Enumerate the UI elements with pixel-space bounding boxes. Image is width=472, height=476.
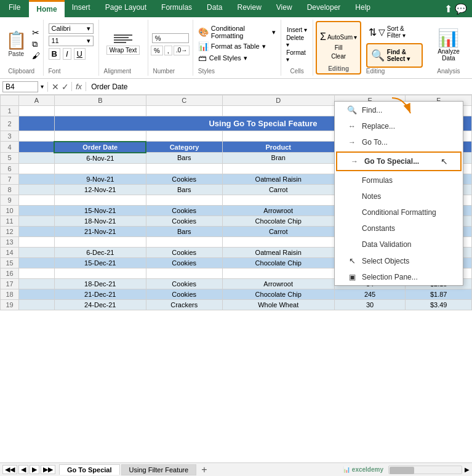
copy-button[interactable]: ⧉ [32, 39, 40, 49]
row-header[interactable]: 1 [1, 106, 19, 116]
format-as-table-button[interactable]: 📊 Format as Table ▾ [198, 41, 276, 51]
tab-help[interactable]: Help [348, 0, 378, 17]
cut-button[interactable]: ✂ [32, 28, 40, 38]
font-size-select[interactable]: 11▾ [49, 36, 94, 46]
scroll-right-button[interactable]: ▶ [465, 466, 470, 473]
data-validation-menu-item[interactable]: Data Validation [335, 236, 463, 252]
tab-data[interactable]: Data [199, 0, 230, 17]
comments-icon[interactable]: 💬 [455, 3, 467, 15]
sheet-tabs-bar: ◀◀ ◀ ▶ ▶▶ Go To Special Using Filter Fea… [0, 462, 472, 476]
row-header[interactable]: 8 [1, 184, 19, 195]
find-select-button[interactable]: 🔍 Find &Select ▾ [366, 43, 423, 68]
underline-button[interactable]: U [74, 48, 86, 60]
editing-group: Σ AutoSum ▾ Fill Clear Editing [316, 21, 361, 75]
share-icon[interactable]: ⬆ [444, 3, 452, 15]
replace-menu-item[interactable]: ↔ Replace... [335, 118, 463, 134]
tab-page-layout[interactable]: Page Layout [98, 0, 154, 17]
confirm-icon[interactable]: ✓ [62, 82, 69, 92]
analyze-icon: 📊 [438, 28, 459, 48]
fill-button[interactable]: Fill [335, 44, 343, 51]
sheet-tab-filter[interactable]: Using Filter Feature [121, 464, 197, 475]
cancel-icon[interactable]: ✕ [52, 82, 59, 92]
conditional-formatting-button[interactable]: 🎨 Conditional Formatting ▾ [198, 25, 276, 39]
clear-button[interactable]: Clear [331, 53, 346, 60]
row-header[interactable]: 14 [1, 247, 19, 257]
col-header-b[interactable]: B [54, 95, 146, 106]
row-header[interactable]: 15 [1, 257, 19, 268]
conditional-formatting-menu-item[interactable]: Conditional Formatting [335, 204, 463, 220]
formulas-menu-item[interactable]: Formulas [335, 172, 463, 188]
col-header-d[interactable]: D [222, 95, 334, 106]
sheet-tab-goto-special[interactable]: Go To Special [59, 464, 120, 475]
row-header[interactable]: 9 [1, 195, 19, 205]
paste-button[interactable]: 📋 Paste [3, 28, 30, 60]
app-container: File Home Insert Page Layout Formulas Da… [0, 0, 472, 476]
autosum-icon: Σ [320, 31, 326, 42]
first-tab-button[interactable]: ◀◀ [2, 465, 17, 474]
styles-items: 🎨 Conditional Formatting ▾ 📊 Format as T… [198, 21, 276, 68]
row-header[interactable]: 18 [1, 289, 19, 299]
formula-input[interactable] [89, 82, 470, 92]
cell-ref-input[interactable] [2, 81, 38, 92]
row-header[interactable]: 16 [1, 268, 19, 278]
select-objects-menu-item[interactable]: ↖ Select Objects [335, 252, 463, 269]
editing-label: Editing [328, 65, 349, 72]
number-format-select[interactable]: % [152, 33, 189, 43]
goto-menu-item[interactable]: → Go To... [335, 134, 463, 150]
col-header-c[interactable]: C [146, 95, 222, 106]
row-header[interactable]: 2 [1, 116, 19, 131]
tab-view[interactable]: View [269, 0, 300, 17]
row-header[interactable]: 4 [1, 142, 19, 153]
tab-home[interactable]: Home [29, 0, 64, 17]
horizontal-scrollbar[interactable] [388, 466, 462, 474]
find-menu-item[interactable]: 🔍 Find... [335, 102, 463, 118]
font-family-select[interactable]: Calibri▾ [49, 23, 94, 34]
comma-button[interactable]: , [164, 46, 172, 55]
row-header[interactable]: 13 [1, 236, 19, 247]
font-label: Font [49, 68, 94, 75]
number-items: % % , .0→ [153, 21, 188, 68]
row-header[interactable]: 5 [1, 153, 19, 164]
tab-developer[interactable]: Developer [300, 0, 348, 17]
row-header[interactable]: 7 [1, 174, 19, 184]
col-header-a[interactable]: A [19, 95, 55, 106]
dropdown-arrow-icon[interactable]: ▾ [41, 83, 44, 90]
analyze-data-button[interactable]: 📊 Analyze Data [430, 21, 467, 68]
format-cells-button[interactable]: Format ▾ [286, 49, 308, 63]
format-painter-button[interactable]: 🖌 [32, 51, 40, 60]
notes-menu-item[interactable]: Notes [335, 188, 463, 204]
bold-button[interactable]: B [49, 48, 60, 60]
tab-review[interactable]: Review [230, 0, 268, 17]
goto-special-menu-item[interactable]: → Go To Special... ↖ [336, 151, 462, 171]
insert-cells-button[interactable]: Insert ▾ [287, 26, 307, 33]
cell-styles-button[interactable]: 🗃 Cell Styles ▾ [198, 53, 276, 63]
row-header[interactable]: 3 [1, 131, 19, 142]
selection-pane-menu-item[interactable]: ▣ Selection Pane... [335, 269, 463, 285]
row-header[interactable]: 12 [1, 226, 19, 236]
tab-formulas[interactable]: Formulas [154, 0, 199, 17]
delete-cells-button[interactable]: Delete ▾ [286, 34, 308, 48]
percent-button[interactable]: % [151, 46, 163, 55]
last-tab-button[interactable]: ▶▶ [41, 465, 55, 474]
constants-menu-item[interactable]: Constants [335, 220, 463, 236]
row-header[interactable]: 6 [1, 163, 19, 174]
funnel-icon: ▽ [378, 27, 385, 37]
wrap-text-button[interactable]: Wrap Text [106, 46, 140, 55]
sort-filter-button[interactable]: ⇅ ▽ Sort &Filter ▾ [366, 21, 423, 43]
decimal-increase-button[interactable]: .0→ [174, 46, 190, 55]
font-items: Calibri▾ 11▾ B I U [49, 21, 94, 68]
formula-bar: ▾ ✕ ✓ fx [0, 79, 472, 95]
analysis-label: Editing [366, 68, 423, 75]
next-tab-button[interactable]: ▶ [30, 465, 39, 474]
autosum-button[interactable]: Σ AutoSum ▾ [320, 31, 357, 42]
row-header[interactable]: 17 [1, 278, 19, 289]
row-header[interactable]: 11 [1, 216, 19, 226]
tab-insert[interactable]: Insert [65, 0, 98, 17]
number-label: Number [153, 68, 188, 75]
prev-tab-button[interactable]: ◀ [18, 465, 28, 474]
italic-button[interactable]: I [63, 48, 71, 60]
row-header[interactable]: 19 [1, 299, 19, 310]
add-sheet-button[interactable]: + [198, 464, 210, 475]
row-header[interactable]: 10 [1, 205, 19, 216]
file-tab[interactable]: File [0, 0, 29, 17]
